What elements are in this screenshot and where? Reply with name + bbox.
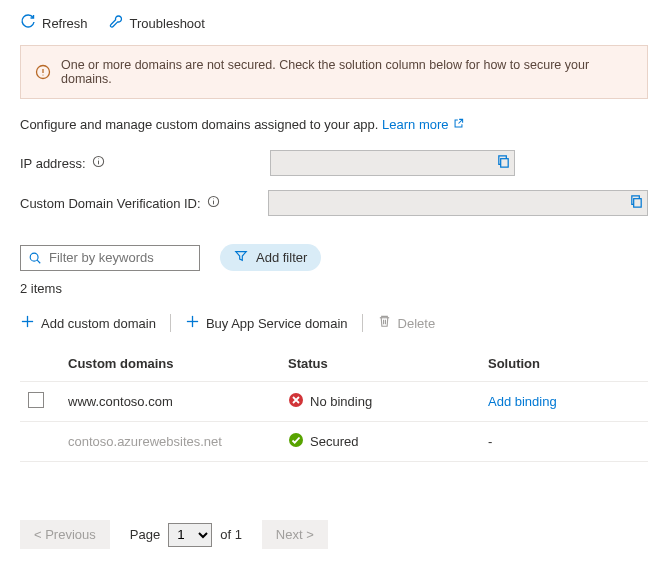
cdv-id-label-group: Custom Domain Verification ID:	[20, 195, 268, 211]
learn-more-link[interactable]: Learn more	[382, 117, 463, 132]
status-text: Secured	[310, 434, 358, 449]
next-button: Next >	[262, 520, 328, 549]
row-checkbox[interactable]	[28, 392, 44, 408]
buy-domain-button[interactable]: Buy App Service domain	[185, 314, 348, 332]
cdv-id-input-wrap	[268, 190, 648, 216]
previous-button: < Previous	[20, 520, 110, 549]
wrench-icon	[108, 14, 124, 33]
status-cell: Secured	[288, 432, 358, 451]
troubleshoot-button[interactable]: Troubleshoot	[108, 14, 205, 33]
error-icon	[288, 392, 304, 411]
page-of-label: of 1	[220, 527, 242, 542]
troubleshoot-label: Troubleshoot	[130, 16, 205, 31]
page-label: Page	[130, 527, 160, 542]
svg-line-12	[37, 260, 40, 263]
copy-icon	[496, 157, 511, 172]
domain-cell: contoso.azurewebsites.net	[60, 422, 280, 462]
info-icon[interactable]	[92, 155, 105, 171]
domains-table: Custom domains Status Solution www.conto…	[20, 346, 648, 462]
status-cell: No binding	[288, 392, 372, 411]
info-icon[interactable]	[207, 195, 220, 211]
ip-address-field[interactable]	[270, 150, 515, 176]
separator	[362, 314, 363, 332]
page-group: Page 1 of 1	[130, 523, 242, 547]
info-icon	[35, 64, 51, 80]
svg-rect-10	[634, 199, 642, 207]
copy-icon	[629, 197, 644, 212]
add-filter-button[interactable]: Add filter	[220, 244, 321, 271]
add-binding-link[interactable]: Add binding	[488, 394, 557, 409]
add-custom-domain-button[interactable]: Add custom domain	[20, 314, 156, 332]
domain-cell: www.contoso.com	[60, 382, 280, 422]
external-link-icon	[453, 117, 464, 132]
pager: < Previous Page 1 of 1 Next >	[20, 520, 648, 549]
command-bar: Refresh Troubleshoot	[20, 10, 648, 45]
delete-label: Delete	[398, 316, 436, 331]
alert-text: One or more domains are not secured. Che…	[61, 58, 633, 86]
svg-point-2	[42, 74, 43, 75]
status-text: No binding	[310, 394, 372, 409]
svg-point-11	[30, 253, 38, 261]
svg-point-9	[213, 198, 214, 199]
refresh-button[interactable]: Refresh	[20, 14, 88, 33]
plus-icon	[185, 314, 200, 332]
ip-address-label: IP address:	[20, 156, 86, 171]
refresh-icon	[20, 14, 36, 33]
copy-button[interactable]	[496, 154, 511, 172]
table-row: contoso.azurewebsites.net Secured -	[20, 422, 648, 462]
search-wrap	[20, 245, 200, 271]
ip-address-input-wrap	[270, 150, 515, 176]
learn-more-label: Learn more	[382, 117, 448, 132]
cdv-id-row: Custom Domain Verification ID:	[20, 190, 648, 216]
intro-text: Configure and manage custom domains assi…	[20, 117, 648, 132]
ip-address-row: IP address:	[20, 150, 648, 176]
header-solution[interactable]: Solution	[480, 346, 648, 382]
success-icon	[288, 432, 304, 451]
separator	[170, 314, 171, 332]
delete-button: Delete	[377, 314, 436, 332]
add-domain-label: Add custom domain	[41, 316, 156, 331]
warning-alert: One or more domains are not secured. Che…	[20, 45, 648, 99]
header-status[interactable]: Status	[280, 346, 480, 382]
header-select	[20, 346, 60, 382]
svg-point-5	[98, 158, 99, 159]
intro-label: Configure and manage custom domains assi…	[20, 117, 382, 132]
filter-row: Add filter	[20, 244, 648, 271]
svg-rect-6	[501, 159, 509, 167]
buy-domain-label: Buy App Service domain	[206, 316, 348, 331]
actions-row: Add custom domain Buy App Service domain…	[20, 314, 648, 332]
solution-cell: -	[480, 422, 648, 462]
add-filter-label: Add filter	[256, 250, 307, 265]
trash-icon	[377, 314, 392, 332]
ip-address-label-group: IP address:	[20, 155, 270, 171]
search-input[interactable]	[20, 245, 200, 271]
items-count: 2 items	[20, 281, 648, 296]
table-row[interactable]: www.contoso.com No binding Add binding	[20, 382, 648, 422]
cdv-id-label: Custom Domain Verification ID:	[20, 196, 201, 211]
header-domain[interactable]: Custom domains	[60, 346, 280, 382]
refresh-label: Refresh	[42, 16, 88, 31]
copy-button[interactable]	[629, 194, 644, 212]
filter-icon	[234, 249, 248, 266]
plus-icon	[20, 314, 35, 332]
page-select[interactable]: 1	[168, 523, 212, 547]
cdv-id-field[interactable]	[268, 190, 648, 216]
